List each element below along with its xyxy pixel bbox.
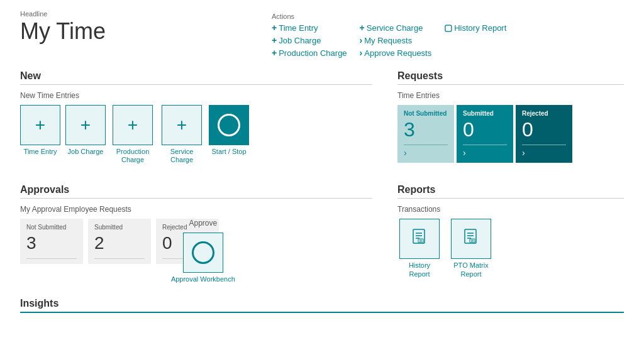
production-charge-tile[interactable]: + Production Charge xyxy=(111,105,155,164)
start-stop-tile-label: Start / Stop xyxy=(211,148,246,156)
history-report-box xyxy=(399,219,440,259)
not-submitted-arrow: › xyxy=(404,148,448,158)
approval-not-submitted-label: Not Submitted xyxy=(26,224,77,231)
actions-label: Actions xyxy=(272,13,624,20)
plus-icon-prod: + xyxy=(272,48,277,58)
production-charge-tile-label: Production Charge xyxy=(111,148,155,164)
history-report-label: History Report xyxy=(454,23,506,33)
svg-rect-11 xyxy=(470,239,475,243)
start-stop-tile[interactable]: Start / Stop xyxy=(209,105,249,156)
time-entry-action[interactable]: + Time Entry xyxy=(272,23,347,33)
requests-subsection-title: Time Entries xyxy=(397,91,624,100)
submitted-value: 0 xyxy=(463,119,507,140)
reports-subsection-title: Transactions xyxy=(397,205,624,214)
production-charge-action[interactable]: + Production Charge xyxy=(272,48,347,58)
pto-matrix-box xyxy=(451,219,491,259)
reports-section: Reports Transactions xyxy=(397,184,624,278)
insights-section: Insights xyxy=(0,293,644,313)
rejected-label: Rejected xyxy=(522,110,566,117)
time-entry-tile[interactable]: + Time Entry xyxy=(20,105,60,156)
service-charge-label: Service Charge xyxy=(367,23,423,33)
approve-requests-label: Approve Requests xyxy=(364,48,431,58)
rejected-divider xyxy=(522,145,566,145)
submitted-card[interactable]: Submitted 0 › xyxy=(457,105,513,163)
actions-col-1: + Time Entry + Job Charge + Production C… xyxy=(272,23,347,58)
requests-divider xyxy=(397,84,624,85)
report-tiles: History Report xyxy=(397,219,624,278)
job-charge-box: + xyxy=(65,105,106,145)
headline-label: Headline xyxy=(20,10,272,18)
service-charge-action[interactable]: + Service Charge xyxy=(360,23,432,33)
time-entry-label: Time Entry xyxy=(279,23,318,33)
actions-col-2: + Service Charge › My Requests › Approve… xyxy=(360,23,432,58)
report-icon-header: ▢ xyxy=(444,23,452,33)
submitted-label: Submitted xyxy=(463,110,507,117)
approve-requests-action[interactable]: › Approve Requests xyxy=(360,48,432,58)
time-entry-box: + xyxy=(20,105,60,145)
approvals-section-title: Approvals xyxy=(20,184,372,195)
svg-rect-4 xyxy=(418,239,423,243)
reports-section-title: Reports xyxy=(397,184,624,195)
plus-icon-svc: + xyxy=(360,23,365,33)
approval-not-submitted-value: 3 xyxy=(26,233,77,253)
rejected-card[interactable]: Rejected 0 › xyxy=(516,105,572,163)
start-stop-box xyxy=(209,105,249,145)
service-charge-box: + xyxy=(162,105,202,145)
not-submitted-value: 3 xyxy=(404,119,448,140)
insights-title: Insights xyxy=(20,298,624,309)
not-submitted-divider xyxy=(404,145,448,145)
history-report-tile-label: History Report xyxy=(397,261,441,278)
actions-col-3: ▢ History Report xyxy=(444,23,506,58)
page-title: My Time xyxy=(20,19,272,44)
submitted-divider xyxy=(463,145,507,145)
approval-workbench-tile[interactable] xyxy=(183,233,223,273)
job-charge-tile[interactable]: + Job Charge xyxy=(65,105,106,156)
history-report-action[interactable]: ▢ History Report xyxy=(444,23,506,33)
approve-circle-icon xyxy=(192,241,214,264)
production-charge-label: Production Charge xyxy=(279,48,347,58)
approvals-row: Not Submitted 3 Submitted 2 Rejected 0 xyxy=(20,219,372,283)
new-divider xyxy=(20,84,372,85)
rejected-value: 0 xyxy=(522,119,566,140)
not-submitted-label: Not Submitted xyxy=(404,110,448,117)
requests-cards: Not Submitted 3 › Submitted 0 › Rejected… xyxy=(397,105,624,163)
my-requests-label: My Requests xyxy=(364,36,412,45)
approval-submitted-card[interactable]: Submitted 2 xyxy=(88,219,151,264)
approvals-subsection-title: My Approval Employee Requests xyxy=(20,205,372,214)
approve-col: Approve Approval Workbench xyxy=(171,219,235,283)
new-section-title: New xyxy=(20,70,372,82)
not-submitted-card[interactable]: Not Submitted 3 › xyxy=(397,105,454,163)
plus-icon-job: + xyxy=(272,35,277,45)
service-charge-tile-label: Service Charge xyxy=(160,148,204,164)
service-charge-tile[interactable]: + Service Charge xyxy=(160,105,204,164)
history-report-icon xyxy=(410,228,429,250)
approval-submitted-divider xyxy=(94,258,145,259)
job-charge-label: Job Charge xyxy=(279,36,321,45)
approval-not-submitted-card[interactable]: Not Submitted 3 xyxy=(20,219,83,264)
approval-not-submitted-divider xyxy=(26,258,77,259)
pto-matrix-tile[interactable]: PTO Matrix Report xyxy=(449,219,493,278)
circle-icon xyxy=(218,114,240,136)
chevron-icon-req: › xyxy=(360,35,363,45)
new-section: New New Time Entries + Time Entry + Job … xyxy=(20,70,372,164)
job-charge-action[interactable]: + Job Charge xyxy=(272,35,347,45)
requests-section: Requests Time Entries Not Submitted 3 › … xyxy=(397,70,624,163)
my-requests-action[interactable]: › My Requests xyxy=(360,35,432,45)
time-entry-tile-label: Time Entry xyxy=(24,148,57,156)
history-report-tile[interactable]: History Report xyxy=(397,219,441,278)
approve-tile-label: Approval Workbench xyxy=(171,275,235,283)
submitted-arrow: › xyxy=(463,148,507,158)
approval-cards: Not Submitted 3 Submitted 2 Rejected 0 xyxy=(20,219,161,264)
requests-section-title: Requests xyxy=(397,70,624,82)
entries-grid: + Time Entry + Job Charge + Production C… xyxy=(20,105,372,164)
plus-icon-time: + xyxy=(272,23,277,33)
reports-divider xyxy=(397,198,624,199)
pto-matrix-icon xyxy=(462,228,480,250)
approvals-section: Approvals My Approval Employee Requests … xyxy=(20,184,372,283)
pto-matrix-tile-label: PTO Matrix Report xyxy=(449,261,493,278)
new-subsection-title: New Time Entries xyxy=(20,91,372,100)
approval-submitted-label: Submitted xyxy=(94,224,145,231)
approvals-divider xyxy=(20,198,372,199)
approve-label: Approve xyxy=(189,219,217,228)
insights-divider xyxy=(20,312,624,313)
